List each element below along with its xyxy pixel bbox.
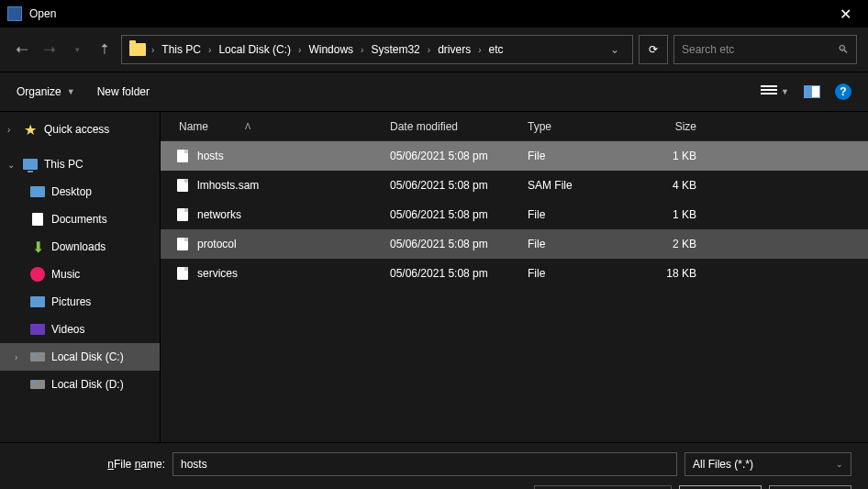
back-button[interactable]: 🠐 bbox=[11, 39, 33, 61]
chevron-right-icon: › bbox=[359, 45, 365, 55]
file-icon bbox=[177, 208, 188, 221]
search-box[interactable]: 🔍︎ bbox=[673, 35, 857, 64]
sidebar-label: Music bbox=[51, 268, 80, 281]
filename-input[interactable] bbox=[172, 452, 677, 476]
file-row[interactable]: networks05/06/2021 5:08 pmFile1 KB bbox=[161, 200, 868, 229]
forward-button[interactable]: 🠒 bbox=[39, 39, 61, 61]
desktop-icon bbox=[29, 184, 46, 199]
recent-dropdown[interactable]: ▾ bbox=[66, 39, 88, 61]
pc-icon bbox=[22, 157, 39, 172]
sidebar-label: Documents bbox=[51, 213, 107, 226]
close-button[interactable]: ✕ bbox=[830, 6, 861, 23]
downloads-icon: ⬇ bbox=[29, 239, 46, 254]
breadcrumb-item[interactable]: drivers bbox=[436, 43, 473, 56]
file-icon bbox=[177, 179, 188, 192]
open-button[interactable]: Open Open ▼ bbox=[679, 485, 762, 489]
sidebar-item-pictures[interactable]: Pictures bbox=[0, 288, 160, 316]
new-folder-button[interactable]: New folder bbox=[97, 85, 150, 98]
breadcrumb-item[interactable]: This PC bbox=[160, 43, 203, 56]
organize-label: Organize bbox=[17, 85, 61, 98]
toolbar: Organize ▼ New folder ▼ ? bbox=[0, 72, 868, 112]
column-header-size[interactable]: Size bbox=[638, 120, 711, 133]
breadcrumb-item[interactable]: System32 bbox=[369, 43, 421, 56]
disk-icon bbox=[29, 377, 46, 392]
navbar: 🠐 🠒 ▾ 🠑 › This PC › Local Disk (C:) › Wi… bbox=[0, 28, 868, 72]
sidebar-label: Pictures bbox=[51, 295, 91, 308]
search-input[interactable] bbox=[682, 43, 838, 56]
file-date: 05/06/2021 5:08 pm bbox=[390, 208, 528, 221]
sidebar: › ★ Quick access ⌄ This PC Desktop Docum… bbox=[0, 112, 161, 442]
file-type: File bbox=[528, 150, 638, 162]
sidebar-item-disk-c[interactable]: › Local Disk (C:) bbox=[0, 343, 160, 371]
file-name: protocol bbox=[197, 238, 237, 250]
breadcrumb-item[interactable]: Local Disk (C:) bbox=[217, 43, 293, 56]
sidebar-label: This PC bbox=[44, 158, 83, 171]
refresh-button[interactable]: ⟳ bbox=[639, 35, 668, 64]
breadcrumb-item[interactable]: Windows bbox=[306, 43, 355, 56]
sidebar-label: Local Disk (C:) bbox=[51, 350, 124, 363]
view-options-button[interactable]: ▼ bbox=[761, 85, 789, 98]
sidebar-item-desktop[interactable]: Desktop bbox=[0, 178, 160, 206]
sidebar-item-quick-access[interactable]: › ★ Quick access bbox=[0, 116, 160, 143]
chevron-right-icon: › bbox=[206, 45, 213, 55]
search-icon[interactable]: 🔍︎ bbox=[838, 43, 849, 56]
file-name: lmhosts.sam bbox=[197, 179, 259, 192]
chevron-down-icon: ▼ bbox=[781, 87, 789, 96]
preview-pane-button[interactable] bbox=[804, 85, 820, 98]
folder-icon bbox=[129, 43, 146, 56]
file-list-header: Name ᐱ Date modified Type Size bbox=[161, 112, 868, 141]
sidebar-item-downloads[interactable]: ⬇ Downloads bbox=[0, 233, 160, 261]
sidebar-label: Local Disk (D:) bbox=[51, 378, 124, 391]
file-type: File bbox=[528, 208, 638, 221]
chevron-right-icon[interactable]: › bbox=[7, 125, 17, 135]
sidebar-item-videos[interactable]: Videos bbox=[0, 316, 160, 343]
sidebar-label: Downloads bbox=[51, 240, 106, 253]
chevron-down-icon[interactable]: ⌄ bbox=[7, 160, 17, 170]
breadcrumb-item[interactable]: etc bbox=[487, 43, 506, 56]
file-size: 1 KB bbox=[638, 150, 711, 162]
filetype-select[interactable]: All Files (*.*) ⌄ bbox=[684, 452, 851, 476]
column-header-name[interactable]: Name ᐱ bbox=[161, 120, 390, 133]
main-area: › ★ Quick access ⌄ This PC Desktop Docum… bbox=[0, 112, 868, 442]
chevron-right-icon[interactable]: › bbox=[15, 352, 24, 362]
encoding-select[interactable]: Auto-Detect ⌄ bbox=[534, 485, 672, 489]
column-header-type[interactable]: Type bbox=[528, 120, 638, 133]
file-size: 1 KB bbox=[638, 208, 711, 221]
sidebar-item-music[interactable]: Music bbox=[0, 261, 160, 288]
up-button[interactable]: 🠑 bbox=[94, 39, 116, 61]
sidebar-item-disk-d[interactable]: Local Disk (D:) bbox=[0, 371, 160, 398]
column-header-date[interactable]: Date modified bbox=[390, 120, 528, 133]
videos-icon bbox=[29, 322, 46, 337]
chevron-right-icon: › bbox=[150, 45, 156, 55]
chevron-right-icon: › bbox=[426, 45, 432, 55]
file-date: 05/06/2021 5:08 pm bbox=[390, 150, 528, 162]
col-label: Name bbox=[179, 120, 208, 133]
file-type: File bbox=[528, 238, 638, 250]
address-dropdown[interactable]: ⌄ bbox=[605, 43, 625, 56]
file-type: SAM File bbox=[528, 179, 638, 192]
chevron-right-icon: › bbox=[296, 45, 303, 55]
sort-indicator-icon: ᐱ bbox=[245, 122, 250, 131]
pictures-icon bbox=[29, 295, 46, 309]
file-row[interactable]: hosts05/06/2021 5:08 pmFile1 KB bbox=[161, 141, 868, 171]
chevron-down-icon: ⌄ bbox=[836, 460, 843, 469]
chevron-right-icon: › bbox=[476, 45, 483, 55]
sidebar-label: Videos bbox=[51, 323, 84, 336]
sidebar-item-documents[interactable]: Documents bbox=[0, 206, 160, 233]
file-name: services bbox=[197, 267, 238, 280]
titlebar: Open ✕ bbox=[0, 0, 868, 28]
file-row[interactable]: services05/06/2021 5:08 pmFile18 KB bbox=[161, 259, 868, 288]
chevron-down-icon: ▼ bbox=[67, 87, 75, 96]
cancel-button[interactable]: Cancel bbox=[769, 485, 851, 489]
organize-button[interactable]: Organize ▼ bbox=[17, 85, 75, 98]
bottom-panel: nFile name:File name: All Files (*.*) ⌄ … bbox=[0, 442, 868, 489]
file-row[interactable]: lmhosts.sam05/06/2021 5:08 pmSAM File4 K… bbox=[161, 171, 868, 200]
help-button[interactable]: ? bbox=[835, 83, 851, 100]
file-row[interactable]: protocol05/06/2021 5:08 pmFile2 KB bbox=[161, 229, 868, 259]
address-bar[interactable]: › This PC › Local Disk (C:) › Windows › … bbox=[121, 35, 633, 64]
sidebar-item-this-pc[interactable]: ⌄ This PC bbox=[0, 150, 160, 178]
file-list: Name ᐱ Date modified Type Size hosts05/0… bbox=[161, 112, 868, 442]
file-size: 4 KB bbox=[638, 179, 711, 192]
list-view-icon bbox=[761, 85, 777, 98]
file-icon bbox=[177, 267, 188, 280]
